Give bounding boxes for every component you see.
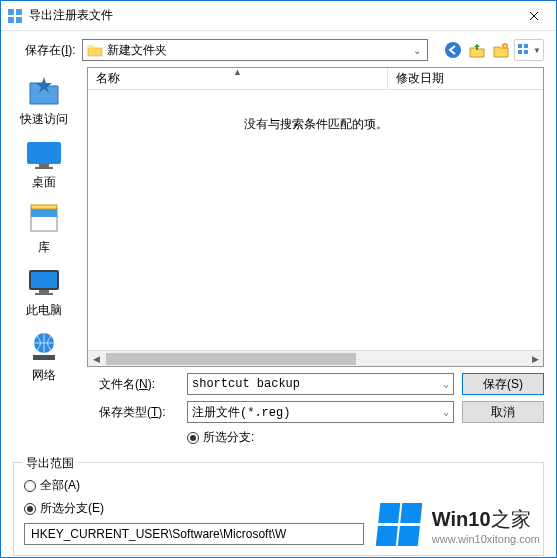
window-title: 导出注册表文件 xyxy=(29,7,511,24)
svg-rect-3 xyxy=(16,17,22,23)
filename-label: 文件名(N): xyxy=(99,376,179,393)
chevron-down-icon: ⌄ xyxy=(443,378,449,390)
filetype-label: 保存类型(T): xyxy=(99,404,179,421)
folder-icon xyxy=(87,43,103,57)
nav-toolbar: ▼ xyxy=(442,39,544,61)
empty-message: 没有与搜索条件匹配的项。 xyxy=(88,90,543,350)
place-desktop[interactable]: 桌面 xyxy=(9,140,79,191)
save-button[interactable]: 保存(S) xyxy=(462,373,544,395)
svg-rect-18 xyxy=(31,272,57,288)
save-in-row: 保存在(I): 新建文件夹 ⌄ ▼ xyxy=(1,31,556,67)
back-button[interactable] xyxy=(442,39,464,61)
scope-all-radio[interactable]: 全部(A) xyxy=(24,477,533,494)
scrollbar-thumb[interactable] xyxy=(106,353,356,365)
close-button[interactable] xyxy=(511,1,556,30)
place-this-pc[interactable]: 此电脑 xyxy=(9,268,79,319)
svg-rect-19 xyxy=(39,290,49,293)
svg-rect-20 xyxy=(35,293,53,295)
svg-rect-1 xyxy=(16,9,22,15)
scroll-right-button[interactable]: ▶ xyxy=(527,351,543,367)
svg-rect-13 xyxy=(35,167,53,169)
cancel-button[interactable]: 取消 xyxy=(462,401,544,423)
svg-rect-8 xyxy=(518,50,522,54)
filetype-select[interactable]: 注册文件(*.reg) ⌄ xyxy=(187,401,454,423)
encoding-radio[interactable]: 所选分支: xyxy=(187,429,254,446)
main-area: 快速访问 桌面 库 此电脑 xyxy=(1,67,556,367)
chevron-down-icon: ⌄ xyxy=(443,406,449,418)
file-list: ▲ 名称 修改日期 没有与搜索条件匹配的项。 ◀ ▶ xyxy=(87,67,544,367)
svg-rect-22 xyxy=(33,355,55,360)
column-date[interactable]: 修改日期 xyxy=(388,68,543,89)
windows-logo-icon xyxy=(375,503,424,547)
filename-input[interactable]: shortcut backup ⌄ xyxy=(187,373,454,395)
save-in-combobox[interactable]: 新建文件夹 ⌄ xyxy=(82,39,428,61)
svg-rect-7 xyxy=(524,44,528,48)
svg-rect-2 xyxy=(8,17,14,23)
chevron-down-icon: ⌄ xyxy=(409,45,425,56)
form-area: 文件名(N): shortcut backup ⌄ 保存(S) 保存类型(T):… xyxy=(1,367,556,458)
scroll-left-button[interactable]: ◀ xyxy=(88,351,104,367)
radio-checked-icon xyxy=(187,432,199,444)
place-quick-access[interactable]: 快速访问 xyxy=(9,73,79,128)
svg-rect-16 xyxy=(31,205,57,209)
svg-rect-0 xyxy=(8,9,14,15)
save-in-path: 新建文件夹 xyxy=(107,42,167,59)
scope-path-input[interactable]: HKEY_CURRENT_USER\Software\Microsoft\W xyxy=(24,523,364,545)
svg-rect-11 xyxy=(27,142,61,164)
column-name[interactable]: ▲ 名称 xyxy=(88,68,388,89)
list-header: ▲ 名称 修改日期 xyxy=(88,68,543,90)
view-menu-button[interactable]: ▼ xyxy=(514,39,544,61)
svg-rect-9 xyxy=(524,50,528,54)
place-network[interactable]: 网络 xyxy=(9,331,79,384)
titlebar: 导出注册表文件 xyxy=(1,1,556,31)
save-in-label: 保存在(I): xyxy=(25,42,76,59)
app-icon xyxy=(7,8,23,24)
watermark: Win10之家 www.win10xitong.com xyxy=(378,503,540,547)
chevron-down-icon: ▼ xyxy=(533,46,541,55)
radio-unchecked-icon xyxy=(24,480,36,492)
export-scope-legend: 导出范围 xyxy=(22,455,78,472)
svg-point-4 xyxy=(445,42,461,58)
watermark-brand: Win10之家 xyxy=(432,506,531,533)
svg-rect-6 xyxy=(518,44,522,48)
new-folder-button[interactable] xyxy=(490,39,512,61)
up-one-level-button[interactable] xyxy=(466,39,488,61)
horizontal-scrollbar[interactable]: ◀ ▶ xyxy=(88,350,543,366)
place-libraries[interactable]: 库 xyxy=(9,203,79,256)
places-bar: 快速访问 桌面 库 此电脑 xyxy=(1,67,87,367)
watermark-url: www.win10xitong.com xyxy=(432,533,540,545)
sort-asc-icon: ▲ xyxy=(233,67,242,77)
svg-rect-15 xyxy=(31,209,57,217)
radio-checked-icon xyxy=(24,503,36,515)
svg-rect-12 xyxy=(39,164,49,167)
